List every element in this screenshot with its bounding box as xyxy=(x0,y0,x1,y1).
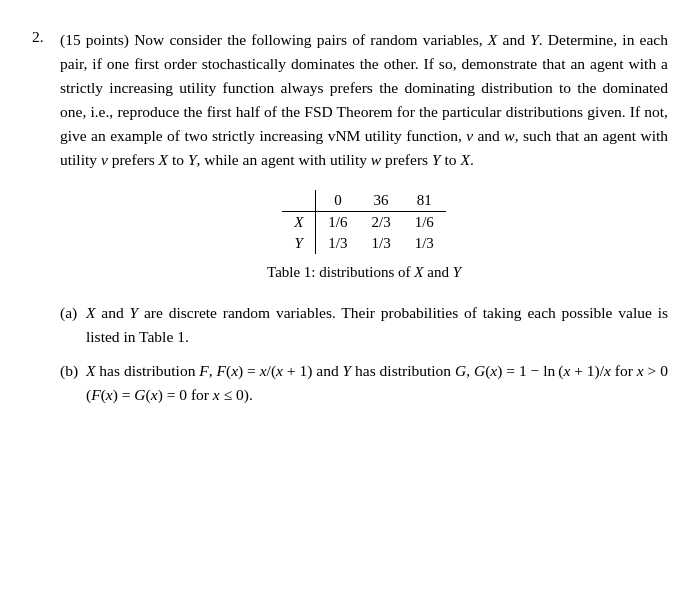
table-x-0: 1/6 xyxy=(316,212,360,234)
table-header-0: 0 xyxy=(316,190,360,212)
problem-block: 2. (15 points) Now consider the followin… xyxy=(32,28,668,417)
problem-intro: (15 points) Now consider the following p… xyxy=(60,28,668,172)
table-row-x: X 1/6 2/3 1/6 xyxy=(282,212,446,234)
table-x-36: 2/3 xyxy=(360,212,403,234)
table-y-0: 1/3 xyxy=(316,233,360,254)
subpart-b-label: (b) xyxy=(60,359,86,407)
subpart-a-label: (a) xyxy=(60,301,86,349)
subpart-b-body: X has distribution F, F(x) = x/(x + 1) a… xyxy=(86,359,668,407)
table-header-row: 0 36 81 xyxy=(282,190,446,212)
table-y-81: 1/3 xyxy=(403,233,446,254)
distribution-table-container: 0 36 81 X 1/6 2/3 1/6 Y 1/3 1/3 1/3 xyxy=(60,190,668,281)
table-label-y: Y xyxy=(282,233,316,254)
subpart-b: (b) X has distribution F, F(x) = x/(x + … xyxy=(60,359,668,407)
table-header-36: 36 xyxy=(360,190,403,212)
table-x-81: 1/6 xyxy=(403,212,446,234)
table-y-36: 1/3 xyxy=(360,233,403,254)
problem-body: (15 points) Now consider the following p… xyxy=(60,28,668,417)
table-cell-empty xyxy=(282,190,316,212)
table-header-81: 81 xyxy=(403,190,446,212)
subparts: (a) X and Y are discrete random variable… xyxy=(60,301,668,407)
distribution-table: 0 36 81 X 1/6 2/3 1/6 Y 1/3 1/3 1/3 xyxy=(282,190,446,254)
subpart-a: (a) X and Y are discrete random variable… xyxy=(60,301,668,349)
subpart-a-body: X and Y are discrete random variables. T… xyxy=(86,301,668,349)
table-row-y: Y 1/3 1/3 1/3 xyxy=(282,233,446,254)
table-caption: Table 1: distributions of X and Y xyxy=(267,264,461,281)
table-label-x: X xyxy=(282,212,316,234)
problem-number: 2. xyxy=(32,28,60,417)
